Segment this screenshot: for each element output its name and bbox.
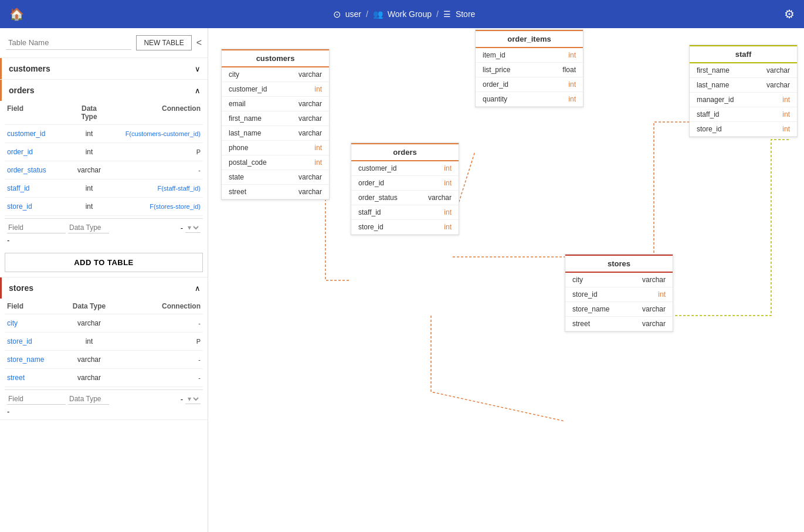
field-name: order_id — [7, 148, 66, 156]
store-label: Store — [456, 9, 475, 19]
erd-table-staff[interactable]: staff first_namevarchar last_namevarchar… — [689, 45, 798, 137]
table-row: last_namevarchar — [690, 78, 797, 93]
add-field-conn-select-stores[interactable]: ▾ — [185, 394, 201, 404]
field-connection: - — [113, 356, 201, 363]
table-section-stores: stores ∧ Field Data Type Connection city… — [0, 277, 208, 420]
add-field-type-input-stores[interactable] — [68, 394, 109, 405]
collapse-button[interactable]: < — [196, 38, 202, 48]
conn-col-header: Connection — [113, 302, 201, 310]
table-row: customer_idint — [351, 161, 459, 176]
add-field-row-stores: - ▾ - — [5, 389, 203, 419]
field-type: varchar — [66, 319, 113, 327]
erd-table-orders[interactable]: orders customer_idint order_idint order_… — [351, 143, 459, 235]
stores-col-headers: Field Data Type Connection — [5, 299, 203, 314]
table-name-input[interactable] — [6, 36, 131, 50]
add-field-conn-select[interactable]: ▾ — [185, 223, 201, 233]
erd-table-stores[interactable]: stores cityvarchar store_idint store_nam… — [565, 254, 673, 332]
erd-table-stores-header: stores — [565, 255, 673, 273]
field-type: int — [66, 202, 113, 211]
erd-table-orders-header: orders — [351, 143, 459, 161]
dash-icon: - — [181, 395, 183, 404]
main-layout: NEW TABLE < customers ∨ orders ∧ Field D… — [0, 28, 804, 532]
orders-body: Field DataType Connection customer_id in… — [0, 101, 208, 277]
group-label: Work Group — [388, 9, 432, 19]
table-row: store_name varchar - — [5, 351, 203, 369]
table-row: cityvarchar — [565, 273, 673, 287]
field-col-header: Field — [7, 302, 66, 310]
table-row: street varchar - — [5, 369, 203, 387]
table-section-orders: orders ∧ Field DataType Connection custo… — [0, 80, 208, 277]
add-field-row-orders: - ▾ - — [5, 218, 203, 248]
dash-icon: - — [181, 223, 183, 232]
table-row: streetvarchar — [222, 185, 329, 199]
table-row: store_idint — [690, 122, 797, 137]
table-row: store_idint — [565, 287, 673, 302]
add-field-name-input[interactable] — [7, 222, 66, 233]
customers-header[interactable]: customers ∨ — [0, 58, 208, 79]
table-row: last_namevarchar — [222, 126, 329, 141]
field-name: city — [7, 319, 66, 327]
add-field-type-input[interactable] — [68, 222, 109, 233]
orders-chevron: ∧ — [195, 86, 201, 95]
stores-header[interactable]: stores ∧ — [0, 277, 208, 299]
field-type: varchar — [66, 374, 113, 382]
table-row: quantityint — [476, 92, 583, 107]
customers-name: customers — [9, 64, 50, 73]
table-row: cityvarchar — [222, 67, 329, 82]
field-connection: F(stores-store_id) — [113, 203, 201, 210]
table-row: order_idint — [476, 77, 583, 92]
table-row: staff_idint — [351, 205, 459, 220]
field-type: varchar — [66, 166, 113, 174]
type-col-header: DataType — [66, 104, 113, 121]
table-row: staff_idint — [690, 107, 797, 122]
field-type: int — [66, 148, 113, 156]
table-row: item_idint — [476, 48, 583, 63]
table-row: order_statusvarchar — [351, 191, 459, 205]
sidebar: NEW TABLE < customers ∨ orders ∧ Field D… — [0, 28, 208, 532]
customers-chevron: ∨ — [195, 65, 201, 73]
table-row: store_idint — [351, 220, 459, 235]
table-row: list_pricefloat — [476, 63, 583, 77]
table-row: order_status varchar - — [5, 161, 203, 179]
field-name: store_name — [7, 355, 66, 364]
dash2-icon: - — [7, 407, 66, 416]
field-name: street — [7, 374, 66, 382]
field-name: customer_id — [7, 130, 66, 138]
table-row: statevarchar — [222, 170, 329, 185]
field-connection: - — [113, 167, 201, 174]
table-row: staff_id int F(staff-staff_id) — [5, 179, 203, 198]
table-row: emailvarchar — [222, 97, 329, 111]
field-type: int — [66, 337, 113, 345]
table-row: customer_id int F(customers-customer_id) — [5, 125, 203, 143]
field-connection: - — [113, 320, 201, 327]
add-field-name-input-stores[interactable] — [7, 394, 66, 405]
table-section-customers: customers ∨ — [0, 58, 208, 80]
header: 🏠 ⊙ user / 👥 Work Group / ☰ Store ⚙ — [0, 0, 804, 28]
field-name: staff_id — [7, 184, 66, 192]
table-row: first_namevarchar — [222, 111, 329, 126]
settings-icon[interactable]: ⚙ — [784, 7, 795, 21]
sep2: / — [436, 9, 439, 19]
erd-table-order-items[interactable]: order_items item_idint list_pricefloat o… — [475, 29, 584, 107]
field-type: int — [66, 184, 113, 192]
type-col-header: Data Type — [66, 302, 113, 310]
orders-header[interactable]: orders ∧ — [0, 80, 208, 101]
table-row: postal_codeint — [222, 155, 329, 170]
sep1: / — [366, 9, 368, 19]
stores-name: stores — [9, 283, 33, 293]
field-connection: F(staff-staff_id) — [113, 185, 201, 192]
stores-body: Field Data Type Connection city varchar … — [0, 299, 208, 419]
new-table-button[interactable]: NEW TABLE — [136, 35, 191, 50]
add-to-table-button[interactable]: ADD TO TABLE — [5, 253, 203, 272]
table-row: order_idint — [351, 176, 459, 191]
field-connection: - — [113, 374, 201, 381]
sidebar-header: NEW TABLE < — [0, 28, 208, 58]
field-col-header: Field — [7, 104, 66, 121]
erd-table-customers[interactable]: customers cityvarchar customer_idint ema… — [221, 49, 330, 200]
table-row: order_id int P — [5, 143, 203, 161]
home-icon[interactable]: 🏠 — [9, 7, 24, 21]
dash2-icon: - — [7, 236, 66, 245]
field-connection: P — [113, 338, 201, 345]
table-row: store_id int P — [5, 333, 203, 351]
user-icon: ⊙ — [333, 9, 341, 20]
